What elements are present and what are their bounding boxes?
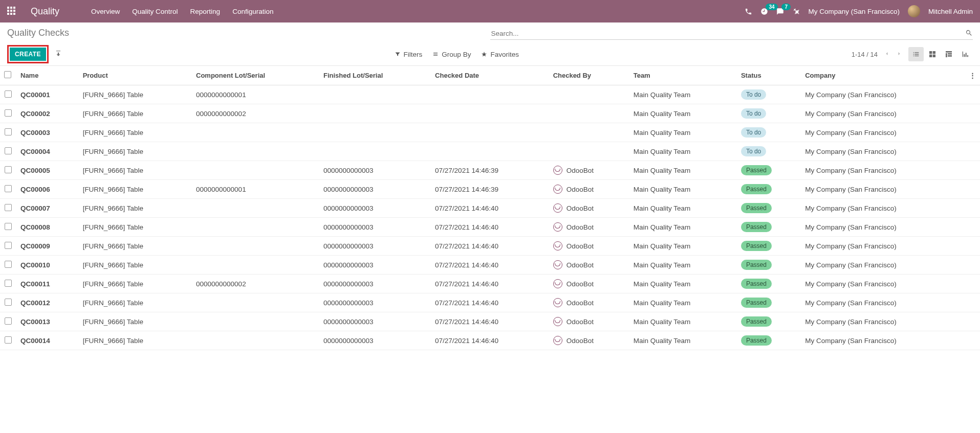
group-by-button[interactable]: Group By (432, 51, 471, 58)
cell-checked-by-wrap: OdooBot (549, 312, 629, 331)
row-checkbox[interactable] (0, 123, 16, 142)
apps-icon[interactable] (7, 7, 15, 16)
phone-icon[interactable] (745, 8, 752, 15)
row-checkbox[interactable] (0, 256, 16, 275)
table-row[interactable]: QC00005[FURN_9666] Table000000000000307/… (0, 161, 980, 180)
svg-rect-11 (929, 55, 932, 57)
col-finished[interactable]: Finished Lot/Serial (319, 66, 431, 85)
cell-status: Passed (737, 331, 801, 350)
search-input[interactable] (490, 28, 966, 39)
col-checked-date[interactable]: Checked Date (431, 66, 549, 85)
create-button[interactable]: CREATE (10, 48, 46, 61)
pager-range[interactable]: 1-14 / 14 (852, 51, 878, 58)
row-checkbox[interactable] (0, 161, 16, 180)
row-checkbox[interactable] (0, 142, 16, 161)
col-product[interactable]: Product (79, 66, 192, 85)
cell-company: My Company (San Francisco) (801, 218, 965, 237)
avatar[interactable] (908, 5, 920, 17)
row-checkbox[interactable] (0, 275, 16, 293)
row-checkbox[interactable] (0, 104, 16, 123)
favorites-button[interactable]: Favorites (481, 51, 519, 58)
nav-menu-overview[interactable]: Overview (91, 8, 120, 15)
col-component[interactable]: Component Lot/Serial (192, 66, 319, 85)
cell-company: My Company (San Francisco) (801, 237, 965, 256)
cell-company: My Company (San Francisco) (801, 199, 965, 218)
col-checked-by[interactable]: Checked By (549, 66, 629, 85)
pager-prev-icon[interactable] (884, 51, 890, 58)
pager-next-icon[interactable] (896, 51, 902, 58)
table-row[interactable]: QC00007[FURN_9666] Table000000000000307/… (0, 199, 980, 218)
row-options (965, 161, 980, 180)
cell-team: Main Quality Team (629, 218, 737, 237)
table-row[interactable]: QC00013[FURN_9666] Table000000000000307/… (0, 312, 980, 331)
table-row[interactable]: QC00010[FURN_9666] Table000000000000307/… (0, 256, 980, 275)
row-checkbox[interactable] (0, 199, 16, 218)
nav-menu-quality-control[interactable]: Quality Control (132, 8, 178, 15)
cell-team: Main Quality Team (629, 237, 737, 256)
debug-icon[interactable] (792, 8, 800, 15)
messages-icon[interactable]: 7 (776, 8, 784, 15)
nav-menu-reporting[interactable]: Reporting (190, 8, 221, 15)
table-row[interactable]: QC00008[FURN_9666] Table000000000000307/… (0, 218, 980, 237)
messages-badge: 7 (781, 4, 791, 10)
cell-finished (319, 142, 431, 161)
row-options (965, 85, 980, 104)
export-icon[interactable] (55, 50, 62, 59)
company-selector[interactable]: My Company (San Francisco) (808, 8, 900, 15)
cell-component: 0000000000002 (192, 104, 319, 123)
status-badge: Passed (741, 335, 772, 346)
cell-product: [FURN_9666] Table (79, 293, 192, 312)
table-row[interactable]: QC00003[FURN_9666] TableMain Quality Tea… (0, 123, 980, 142)
activity-icon[interactable]: 34 (760, 8, 768, 15)
nav-menu-configuration[interactable]: Configuration (232, 8, 273, 15)
col-status[interactable]: Status (737, 66, 801, 85)
cell-checked-by-wrap: OdooBot (549, 218, 629, 237)
cell-component (192, 199, 319, 218)
cell-status: Passed (737, 237, 801, 256)
select-all-checkbox[interactable] (0, 66, 16, 85)
table-row[interactable]: QC00012[FURN_9666] Table000000000000307/… (0, 293, 980, 312)
row-checkbox[interactable] (0, 180, 16, 199)
cell-finished: 0000000000003 (319, 180, 431, 199)
bot-avatar-icon (553, 260, 562, 269)
table-row[interactable]: QC00009[FURN_9666] Table000000000000307/… (0, 237, 980, 256)
cell-component (192, 293, 319, 312)
row-options (965, 275, 980, 293)
cell-checked-by-wrap: OdooBot (549, 199, 629, 218)
cell-team: Main Quality Team (629, 275, 737, 293)
view-graph-icon[interactable] (957, 47, 973, 61)
table-row[interactable]: QC00014[FURN_9666] Table000000000000307/… (0, 331, 980, 350)
bot-avatar-icon (553, 166, 562, 175)
row-checkbox[interactable] (0, 218, 16, 237)
cell-product: [FURN_9666] Table (79, 104, 192, 123)
app-title[interactable]: Quality (31, 6, 59, 17)
search-icon[interactable] (965, 29, 973, 38)
column-options-icon[interactable]: ⋮ (965, 66, 980, 85)
row-checkbox[interactable] (0, 312, 16, 331)
row-options (965, 104, 980, 123)
view-pivot-icon[interactable] (941, 47, 956, 61)
row-checkbox[interactable] (0, 85, 16, 104)
table-row[interactable]: QC00004[FURN_9666] TableMain Quality Tea… (0, 142, 980, 161)
cell-finished: 0000000000003 (319, 218, 431, 237)
row-options (965, 293, 980, 312)
table-row[interactable]: QC00002[FURN_9666] Table0000000000002Mai… (0, 104, 980, 123)
table-row[interactable]: QC00011[FURN_9666] Table0000000000002000… (0, 275, 980, 293)
cell-company: My Company (San Francisco) (801, 123, 965, 142)
filters-button[interactable]: Filters (395, 51, 423, 58)
cell-finished: 0000000000003 (319, 199, 431, 218)
col-company[interactable]: Company (801, 66, 965, 85)
cell-product: [FURN_9666] Table (79, 142, 192, 161)
cell-finished: 0000000000003 (319, 256, 431, 275)
view-kanban-icon[interactable] (925, 47, 940, 61)
cell-component (192, 237, 319, 256)
table-row[interactable]: QC00001[FURN_9666] Table0000000000001Mai… (0, 85, 980, 104)
row-checkbox[interactable] (0, 293, 16, 312)
user-menu[interactable]: Mitchell Admin (928, 8, 973, 15)
col-name[interactable]: Name (16, 66, 79, 85)
table-row[interactable]: QC00006[FURN_9666] Table0000000000001000… (0, 180, 980, 199)
col-team[interactable]: Team (629, 66, 737, 85)
row-checkbox[interactable] (0, 237, 16, 256)
view-list-icon[interactable] (908, 47, 924, 61)
row-checkbox[interactable] (0, 331, 16, 350)
